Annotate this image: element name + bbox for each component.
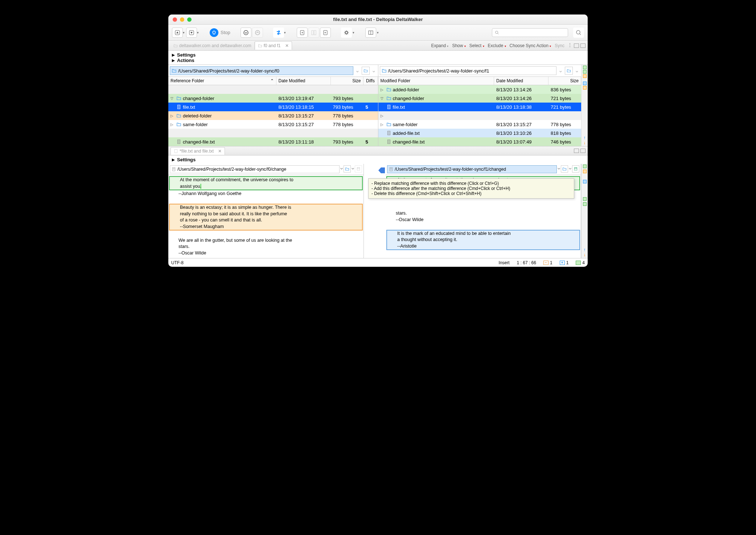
chevron-down-icon[interactable]: ⌵ — [340, 165, 343, 173]
browse-button[interactable] — [344, 165, 351, 173]
left-text[interactable]: At the moment of commitment, the univers… — [168, 175, 363, 258]
tab-file-compare[interactable]: *file.txt and file.txt ✕ — [170, 147, 225, 155]
copy-left-button[interactable] — [320, 28, 331, 38]
col-date[interactable]: Date Modified — [276, 77, 331, 85]
tab-f0-f1[interactable]: f0 and f1 ✕ — [255, 41, 292, 50]
col-diffs[interactable]: Diffs — [363, 77, 378, 85]
prev-diff-button[interactable] — [252, 28, 263, 38]
chevron-down-icon[interactable]: ⌵ — [569, 165, 571, 173]
insert-mode: Insert — [499, 260, 510, 265]
svg-rect-40 — [358, 167, 359, 169]
table-row[interactable] — [168, 85, 378, 94]
svg-line-12 — [498, 33, 499, 34]
browse-button[interactable] — [561, 165, 568, 173]
layout-button[interactable] — [365, 28, 376, 38]
titlebar: file.txt and file.txt - Deltopia DeltaWa… — [168, 14, 588, 25]
sync-menu[interactable]: Sync — [555, 43, 564, 48]
stat-deleted: −1 — [543, 260, 552, 265]
exclude-menu[interactable]: Exclude ▾ — [488, 43, 506, 48]
gear-icon[interactable] — [341, 28, 352, 38]
minimize-panel-icon[interactable] — [574, 149, 579, 153]
triangle-down-button[interactable] — [186, 28, 197, 38]
col-size[interactable]: Size — [548, 77, 581, 85]
maximize-panel-icon[interactable] — [580, 149, 586, 153]
save-button[interactable] — [355, 165, 362, 173]
right-file-path[interactable]: /Users/Shared/Projects/test/2-way-folder… — [387, 165, 557, 173]
settings-toggle-2[interactable]: ▶Settings — [172, 157, 584, 162]
browse-folder-button[interactable] — [362, 67, 370, 75]
minimize-panel-icon[interactable] — [574, 43, 579, 48]
actions-toggle[interactable]: ▶Actions — [172, 58, 584, 63]
chevron-down-icon[interactable]: ⌵ — [558, 165, 560, 173]
browse-folder-button[interactable] — [565, 67, 573, 75]
swap-button[interactable] — [273, 28, 284, 38]
left-file-path[interactable]: /Users/Shared/Projects/test/2-way-folder… — [170, 165, 340, 173]
diff-overview[interactable]: ↑↓ — [581, 65, 588, 146]
chevron-down-icon[interactable]: ▾ — [284, 31, 286, 34]
table-row[interactable]: ▷added-folder8/13/20 13:14:26836 bytes — [378, 85, 582, 94]
table-row[interactable]: ▽changed-folder8/13/20 13:14:26721 bytes — [378, 94, 582, 103]
triangle-up-button[interactable] — [172, 28, 183, 38]
stat-added: +1 — [560, 260, 569, 265]
maximize-panel-icon[interactable] — [580, 43, 586, 48]
right-path-input[interactable]: /Users/Shared/Projects/test/2-way-folder… — [380, 66, 557, 75]
chevron-down-icon[interactable]: ⌵ — [355, 69, 360, 73]
table-row[interactable] — [168, 129, 378, 137]
table-row[interactable]: file.txt8/13/20 13:18:15793 bytes5 — [168, 103, 378, 111]
text-split: /Users/Shared/Projects/test/2-way-folder… — [168, 164, 588, 258]
tab-strip: deltawalker.com and deltawalker.com f0 a… — [168, 41, 588, 51]
table-row[interactable]: ▽changed-folder8/13/20 13:19:47793 bytes — [168, 94, 378, 103]
text-diff-overview[interactable]: ↑↓ — [581, 164, 588, 258]
table-row[interactable]: file.txt8/13/20 13:18:38721 bytes — [378, 103, 582, 111]
stop-button[interactable]: Stop — [210, 28, 230, 37]
close-icon[interactable]: ✕ — [218, 149, 222, 154]
table-row[interactable]: added-file.txt8/13/20 13:10:26818 bytes — [378, 129, 582, 137]
table-row[interactable]: changed-file.txt8/13/20 13:11:18793 byte… — [168, 137, 378, 146]
merge-left-icon[interactable] — [378, 167, 385, 173]
table-row[interactable]: changed-file.txt8/13/20 13:07:49746 byte… — [378, 137, 582, 146]
chevron-down-icon[interactable]: ⌵ — [574, 69, 580, 73]
chevron-down-icon[interactable]: ▾ — [197, 31, 199, 34]
tab-folder-compare[interactable]: deltawalker.com and deltawalker.com — [170, 42, 255, 50]
table-row[interactable]: ▷ — [378, 111, 582, 120]
save-button[interactable] — [572, 165, 579, 173]
chevron-down-icon[interactable]: ⌵ — [371, 69, 377, 73]
left-path-input[interactable]: /Users/Shared/Projects/test/2-way-folder… — [170, 66, 353, 75]
chevron-down-icon[interactable]: ▾ — [377, 31, 379, 34]
copy-both-button[interactable] — [308, 28, 319, 38]
copy-right-button[interactable] — [297, 28, 308, 38]
select-menu[interactable]: Select ▾ — [469, 43, 484, 48]
svg-rect-6 — [314, 30, 316, 35]
table-row[interactable]: ▷same-folder8/13/20 13:15:27778 bytes — [378, 120, 582, 129]
search-input[interactable] — [492, 28, 568, 37]
svg-point-2 — [244, 30, 248, 35]
svg-rect-45 — [575, 167, 577, 169]
search-button[interactable] — [573, 28, 584, 38]
svg-point-13 — [576, 30, 580, 34]
svg-point-8 — [345, 32, 348, 34]
next-diff-button[interactable] — [241, 28, 251, 38]
choose-sync-menu[interactable]: Choose Sync Action ▾ — [510, 43, 551, 48]
table-row[interactable]: ▷deleted-folder8/13/20 13:15:27778 bytes — [168, 111, 378, 120]
col-name[interactable]: Reference Folder ⌃ — [168, 77, 276, 85]
outline: ▶Settings ▶Actions — [168, 51, 588, 65]
show-menu[interactable]: Show ▾ — [452, 43, 465, 48]
col-size[interactable]: Size — [331, 77, 363, 85]
view-icon-1[interactable]: ⋮ — [567, 43, 572, 48]
chevron-down-icon[interactable]: ▾ — [183, 31, 185, 34]
col-date[interactable]: Date Modified — [494, 77, 548, 85]
toolbar: ▾ ▾ Stop ▾ ▾ ▾ — [168, 25, 588, 41]
settings-toggle[interactable]: ▶Settings — [172, 52, 584, 58]
table-row[interactable]: ▷same-folder8/13/20 13:15:27778 bytes — [168, 120, 378, 129]
col-name[interactable]: Modified Folder — [378, 77, 494, 85]
svg-point-11 — [496, 31, 498, 33]
close-icon[interactable]: ✕ — [285, 43, 289, 48]
merge-gutter: - Replace matching difference with this … — [364, 164, 386, 258]
bottom-tabstrip: *file.txt and file.txt ✕ — [168, 146, 588, 155]
chevron-down-icon[interactable]: ⌵ — [558, 69, 563, 73]
expand-menu[interactable]: Expand ▾ — [431, 43, 448, 48]
chevron-down-icon[interactable]: ⌵ — [352, 165, 354, 173]
chevron-down-icon[interactable]: ▾ — [353, 31, 354, 34]
svg-rect-35 — [174, 149, 177, 153]
tooltip: - Replace matching difference with this … — [368, 178, 574, 199]
